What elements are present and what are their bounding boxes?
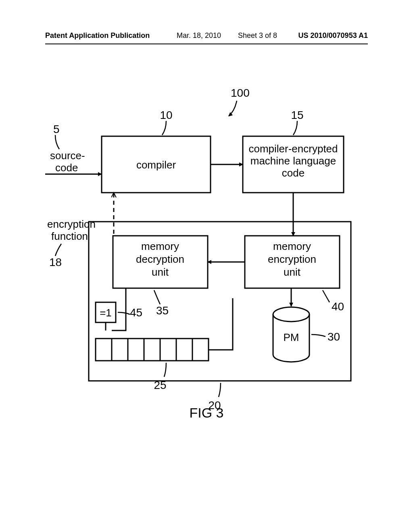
figure-caption: FIG 3 xyxy=(45,405,368,421)
encrypted-label-3: code xyxy=(282,167,305,179)
encrypted-label-1: compiler-encrypted xyxy=(248,143,338,155)
memenc-label-1: memory xyxy=(273,240,311,252)
cell-row-25 xyxy=(96,339,209,361)
sourcecode-label-2: code xyxy=(55,162,78,174)
publication-type: Patent Application Publication xyxy=(45,31,150,40)
ref-25: 25 xyxy=(154,379,166,391)
memdec-label-3: unit xyxy=(152,266,169,278)
encrypted-label-2: machine language xyxy=(250,155,336,167)
svg-point-12 xyxy=(273,307,309,322)
memdec-label-2: decryption xyxy=(136,253,184,265)
ref-40: 40 xyxy=(332,300,344,313)
publication-date: Mar. 18, 2010 xyxy=(177,31,221,40)
header-rule xyxy=(45,44,368,44)
ref-30: 30 xyxy=(327,330,340,343)
ref-5: 5 xyxy=(53,123,60,135)
ref-35: 35 xyxy=(156,304,169,317)
sheet-number: Sheet 3 of 8 xyxy=(238,31,277,40)
ref-10: 10 xyxy=(160,109,172,121)
ref-45: 45 xyxy=(130,306,142,319)
encfunc-label-1: encryption xyxy=(47,218,96,230)
svg-rect-5 xyxy=(96,339,209,361)
ref-18: 18 xyxy=(49,256,62,268)
compiler-label: compiler xyxy=(136,159,176,171)
memenc-label-2: encryption xyxy=(268,253,316,265)
pm-cylinder: PM xyxy=(273,307,309,362)
ref-100: 100 xyxy=(231,87,250,99)
diagram-figure-3: 100 10 15 5 source- code compiler compil… xyxy=(45,73,368,455)
memenc-label-3: unit xyxy=(284,266,301,278)
publication-id: US 2010/0070953 A1 xyxy=(298,31,368,40)
equal-one-label: =1 xyxy=(100,307,112,319)
pm-label: PM xyxy=(284,331,299,343)
encfunc-label-2: function xyxy=(51,230,88,242)
sourcecode-label-1: source- xyxy=(50,150,85,162)
memdec-label-1: memory xyxy=(141,240,179,252)
ref-15: 15 xyxy=(291,109,303,121)
